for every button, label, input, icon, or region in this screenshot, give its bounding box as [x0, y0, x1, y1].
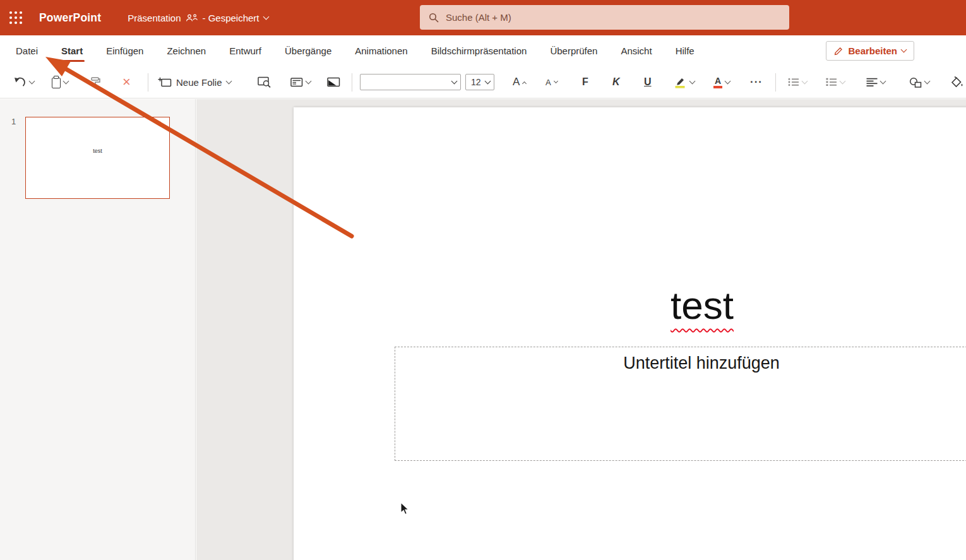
pencil-icon — [834, 46, 844, 56]
font-size-combobox[interactable]: 12 — [465, 74, 494, 90]
chevron-down-icon[interactable] — [263, 13, 269, 20]
search-input[interactable] — [444, 11, 780, 23]
delete-button[interactable]: × — [122, 66, 131, 98]
chevron-down-icon[interactable] — [802, 78, 808, 84]
undo-icon — [14, 76, 27, 88]
ellipsis-icon: ··· — [750, 76, 763, 88]
new-slide-button[interactable]: Neue Folie — [158, 66, 231, 98]
layout-button[interactable] — [290, 66, 311, 98]
search-icon — [429, 13, 439, 23]
format-painter-button[interactable] — [90, 66, 101, 98]
new-slide-label: Neue Folie — [176, 77, 222, 88]
slide-title-text[interactable]: test — [294, 283, 966, 328]
highlighter-icon — [674, 76, 687, 88]
save-status: - Gespeichert — [203, 13, 259, 23]
chevron-down-icon[interactable] — [840, 78, 846, 84]
powerpoint-web-app: PowerPoint Präsentation - Gespeichert Da… — [0, 0, 966, 560]
slide-thumbnail[interactable]: test — [25, 117, 170, 199]
chevron-down-icon[interactable] — [485, 78, 491, 85]
tab-animationen[interactable]: Animationen — [355, 35, 407, 66]
chevron-down-icon[interactable] — [725, 78, 731, 84]
search-bar[interactable] — [420, 5, 789, 30]
undo-button[interactable] — [14, 66, 34, 98]
document-title[interactable]: Präsentation — [128, 13, 181, 23]
font-color-button[interactable]: A — [713, 66, 730, 98]
ribbon-tab-row: Datei Start Einfügen Zeichnen Entwurf Üb… — [0, 35, 966, 66]
subtitle-placeholder[interactable]: Untertitel hinzufügen — [395, 347, 966, 461]
fill-color-button[interactable] — [950, 66, 963, 98]
toolbar-separator — [352, 73, 352, 92]
designer-icon — [327, 77, 340, 87]
chevron-down-icon[interactable] — [880, 78, 886, 84]
slide-title-word[interactable]: test — [671, 283, 734, 327]
chevron-down-icon — [901, 47, 907, 53]
new-slide-icon — [158, 77, 172, 88]
numbered-list-icon — [826, 78, 837, 86]
font-size-value: 12 — [471, 77, 481, 87]
underline-button[interactable]: U — [644, 66, 652, 98]
paint-bucket-icon — [950, 76, 963, 88]
subtitle-placeholder-text: Untertitel hinzufügen — [623, 354, 780, 372]
tab-einfuegen[interactable]: Einfügen — [106, 35, 143, 66]
align-text-icon — [866, 78, 878, 86]
slide-thumbnail-panel: 1 test — [0, 99, 196, 560]
slide-number: 1 — [11, 117, 16, 126]
italic-button[interactable]: K — [612, 66, 620, 98]
tab-bildschirmpraesentation[interactable]: Bildschirmpräsentation — [431, 35, 527, 66]
tab-uebergaenge[interactable]: Übergänge — [285, 35, 331, 66]
chevron-down-icon[interactable] — [689, 78, 696, 84]
shared-people-icon — [186, 14, 198, 22]
shapes-icon — [909, 77, 922, 88]
chevron-down-icon — [554, 78, 558, 83]
document-title-group[interactable]: Präsentation - Gespeichert — [128, 13, 268, 23]
tab-ueberpruefen[interactable]: Überprüfen — [550, 35, 597, 66]
chevron-down-icon[interactable] — [451, 78, 458, 85]
chevron-down-icon[interactable] — [225, 78, 232, 84]
tab-ansicht[interactable]: Ansicht — [621, 35, 652, 66]
bullets-button[interactable] — [788, 66, 807, 98]
ribbon-toolbar: × Neue Folie — [0, 66, 966, 98]
format-painter-icon — [90, 76, 101, 88]
tab-entwurf[interactable]: Entwurf — [229, 35, 261, 66]
tab-hilfe[interactable]: Hilfe — [676, 35, 695, 66]
waffle-icon — [9, 11, 23, 25]
more-font-options-button[interactable]: ··· — [750, 66, 763, 98]
bold-button[interactable]: F — [582, 66, 588, 98]
chevron-down-icon[interactable] — [924, 78, 931, 84]
app-launcher-button[interactable] — [0, 0, 32, 35]
chevron-down-icon[interactable] — [63, 78, 69, 84]
font-name-input[interactable] — [366, 76, 449, 88]
title-bar: PowerPoint Präsentation - Gespeichert — [0, 0, 966, 35]
tab-zeichnen[interactable]: Zeichnen — [167, 35, 206, 66]
bullet-list-icon — [788, 78, 799, 86]
slide-editor[interactable]: test Untertitel hinzufügen — [294, 107, 966, 560]
tab-datei[interactable]: Datei — [16, 35, 38, 66]
font-color-icon: A — [713, 76, 722, 88]
paste-button[interactable] — [52, 66, 68, 98]
designer-button[interactable] — [327, 66, 340, 98]
layout-icon — [290, 78, 303, 87]
editing-canvas: test Untertitel hinzufügen — [196, 99, 966, 560]
numbering-button[interactable] — [826, 66, 845, 98]
edit-mode-button[interactable]: Bearbeiten — [826, 41, 914, 61]
clipboard-icon — [52, 78, 61, 88]
slide-search-icon — [258, 76, 271, 88]
slide-search-button[interactable] — [258, 66, 271, 98]
thumbnail-title-text: test — [26, 148, 169, 154]
delete-icon: × — [122, 75, 131, 89]
chevron-down-icon[interactable] — [306, 78, 312, 84]
font-name-combobox[interactable] — [360, 74, 461, 90]
app-name[interactable]: PowerPoint — [39, 11, 101, 25]
toolbar-separator — [148, 73, 148, 92]
chevron-down-icon[interactable] — [29, 78, 35, 84]
edit-mode-label: Bearbeiten — [848, 45, 897, 56]
shapes-button[interactable] — [909, 66, 929, 98]
chevron-up-icon — [522, 81, 527, 85]
increase-font-size-button[interactable]: A — [513, 66, 526, 98]
align-text-button[interactable] — [866, 66, 885, 98]
decrease-font-size-button[interactable]: A — [546, 66, 558, 98]
tab-start[interactable]: Start — [61, 35, 83, 66]
highlight-color-button[interactable] — [674, 66, 695, 98]
toolbar-separator — [775, 73, 776, 92]
